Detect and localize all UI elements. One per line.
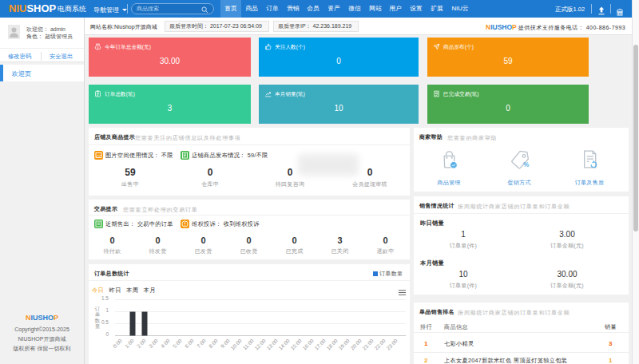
svg-text:17:00: 17:00 [313,338,327,351]
svg-text:0: 0 [105,331,109,337]
svg-text:8:00: 8:00 [208,338,219,349]
svg-text:1:00: 1:00 [124,338,135,349]
svg-text:19:00: 19:00 [337,338,351,351]
svg-text:23:00: 23:00 [385,338,399,351]
svg-text:22:00: 22:00 [373,338,387,351]
svg-text:1.5: 1.5 [101,295,109,301]
svg-text:12:00: 12:00 [253,338,267,351]
svg-text:11:00: 11:00 [242,338,255,350]
svg-text:数: 数 [94,318,101,323]
svg-text:2:00: 2:00 [136,338,147,349]
svg-text:订: 订 [95,306,101,311]
svg-text:3:00: 3:00 [148,338,159,349]
svg-text:%: % [523,161,530,168]
svg-text:6:00: 6:00 [184,338,195,349]
svg-text:20:00: 20:00 [349,338,363,351]
svg-text:1: 1 [105,307,109,313]
svg-text:4:00: 4:00 [160,338,171,349]
svg-text:14:00: 14:00 [277,338,291,351]
svg-text:21:00: 21:00 [361,338,375,351]
svg-text:16:00: 16:00 [301,338,315,351]
svg-text:18:00: 18:00 [325,338,339,351]
svg-text:0:00: 0:00 [112,338,123,349]
svg-text:15:00: 15:00 [289,338,303,351]
svg-text:10:00: 10:00 [229,338,243,351]
svg-text:单: 单 [95,311,101,317]
svg-text:7:00: 7:00 [196,338,207,349]
svg-text:5:00: 5:00 [172,338,183,349]
svg-text:量: 量 [95,323,101,329]
svg-text:13:00: 13:00 [265,338,279,351]
svg-text:0.5: 0.5 [101,319,109,325]
